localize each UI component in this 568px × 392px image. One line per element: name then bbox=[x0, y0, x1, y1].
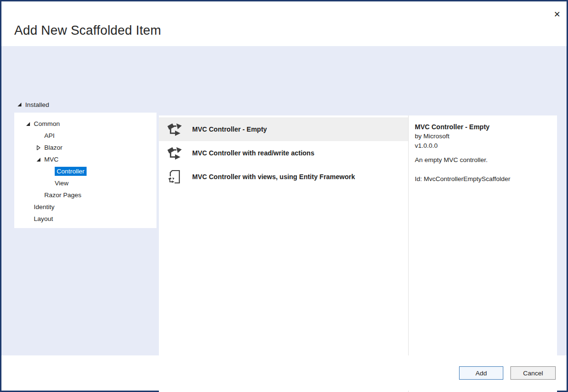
dialog-header: Add New Scaffolded Item ✕ bbox=[1, 1, 567, 46]
add-new-scaffolded-item-dialog: Add New Scaffolded Item ✕ Installed Comm… bbox=[0, 0, 568, 392]
template-item-label: MVC Controller with read/write actions bbox=[192, 149, 314, 157]
close-icon[interactable]: ✕ bbox=[549, 7, 565, 21]
mvc-controller-icon bbox=[166, 122, 183, 137]
details-description: An empty MVC controller. bbox=[415, 155, 550, 165]
template-list: MVC Controller - Empty bbox=[159, 115, 408, 392]
template-item-mvc-controller-empty[interactable]: MVC Controller - Empty bbox=[159, 117, 408, 141]
tree-item-label: API bbox=[44, 132, 55, 139]
tree-item-blazor[interactable]: Blazor bbox=[14, 142, 157, 153]
tree-item-api[interactable]: API bbox=[14, 130, 157, 142]
cancel-button[interactable]: Cancel bbox=[510, 366, 556, 380]
tree-item-view[interactable]: View bbox=[14, 177, 157, 189]
template-item-mvc-controller-readwrite[interactable]: MVC Controller with read/write actions bbox=[159, 141, 408, 165]
dialog-footer: Add Cancel bbox=[1, 355, 567, 391]
details-id: Id: MvcControllerEmptyScaffolder bbox=[415, 174, 550, 184]
template-details-pane: MVC Controller - Empty by Microsoft v1.0… bbox=[409, 115, 557, 392]
tree-item-identity[interactable]: Identity bbox=[14, 201, 157, 213]
chevron-expanded-icon[interactable] bbox=[17, 102, 22, 107]
tree-item-layout[interactable]: Layout bbox=[14, 213, 157, 225]
tree-item-label: Razor Pages bbox=[44, 191, 81, 199]
mvc-controller-ef-page-icon bbox=[166, 169, 183, 184]
dialog-title: Add New Scaffolded Item bbox=[14, 23, 161, 38]
tree-item-label: MVC bbox=[44, 156, 59, 163]
template-item-label: MVC Controller - Empty bbox=[192, 125, 267, 133]
chevron-expanded-icon[interactable] bbox=[26, 122, 30, 126]
tree-item-label: Common bbox=[34, 120, 60, 127]
tree-item-controller[interactable]: Controller bbox=[14, 165, 157, 177]
tree-item-razor-pages[interactable]: Razor Pages bbox=[14, 189, 157, 201]
details-author: by Microsoft bbox=[415, 132, 550, 141]
details-version: v1.0.0.0 bbox=[415, 141, 550, 151]
tree-item-label: Layout bbox=[34, 215, 53, 222]
chevron-expanded-icon[interactable] bbox=[36, 157, 41, 162]
dialog-content: Installed Common API Blazor bbox=[1, 46, 567, 355]
tree-item-common[interactable]: Common bbox=[14, 118, 157, 130]
tree-root-label: Installed bbox=[25, 101, 49, 108]
template-and-details: MVC Controller - Empty bbox=[159, 115, 557, 392]
tree-item-label-selected: Controller bbox=[55, 167, 87, 176]
category-tree: Common API Blazor MVC Controller bbox=[14, 113, 157, 228]
template-item-mvc-controller-views-ef[interactable]: MVC Controller with views, using Entity … bbox=[159, 165, 408, 189]
add-button[interactable]: Add bbox=[459, 366, 503, 380]
tree-item-label: View bbox=[55, 180, 69, 187]
tree-root-installed[interactable]: Installed bbox=[17, 100, 49, 109]
template-item-label: MVC Controller with views, using Entity … bbox=[192, 173, 355, 181]
tree-item-label: Identity bbox=[34, 203, 55, 210]
tree-item-mvc[interactable]: MVC bbox=[14, 153, 157, 165]
details-title: MVC Controller - Empty bbox=[415, 122, 550, 132]
mvc-controller-icon bbox=[166, 145, 183, 161]
tree-item-label: Blazor bbox=[44, 144, 62, 151]
chevron-collapsed-icon[interactable] bbox=[36, 145, 41, 150]
